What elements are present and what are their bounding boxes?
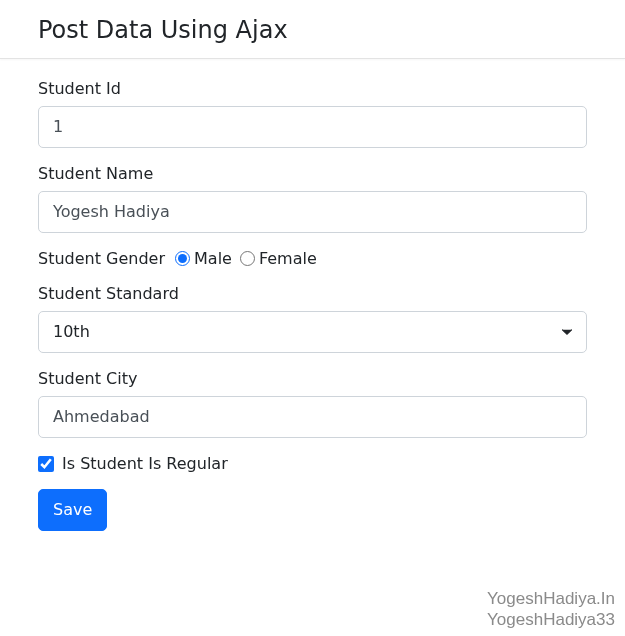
page-header: Post Data Using Ajax — [0, 0, 625, 59]
student-city-input[interactable] — [38, 396, 587, 438]
student-standard-label: Student Standard — [38, 284, 587, 303]
student-name-input[interactable] — [38, 191, 587, 233]
save-button[interactable]: Save — [38, 489, 107, 531]
student-id-label: Student Id — [38, 79, 587, 98]
gender-female-label[interactable]: Female — [259, 249, 317, 268]
gender-male-label[interactable]: Male — [194, 249, 232, 268]
student-gender-label: Student Gender — [38, 249, 165, 268]
gender-male-radio[interactable] — [175, 251, 190, 266]
is-regular-checkbox[interactable] — [38, 456, 54, 472]
is-regular-label[interactable]: Is Student Is Regular — [62, 454, 228, 473]
page-title: Post Data Using Ajax — [38, 16, 587, 44]
gender-female-radio[interactable] — [240, 251, 255, 266]
student-standard-select[interactable]: 10th — [38, 311, 587, 353]
student-form: Student Id Student Name Student Gender M… — [0, 59, 625, 561]
student-name-label: Student Name — [38, 164, 587, 183]
student-id-input[interactable] — [38, 106, 587, 148]
student-city-label: Student City — [38, 369, 587, 388]
